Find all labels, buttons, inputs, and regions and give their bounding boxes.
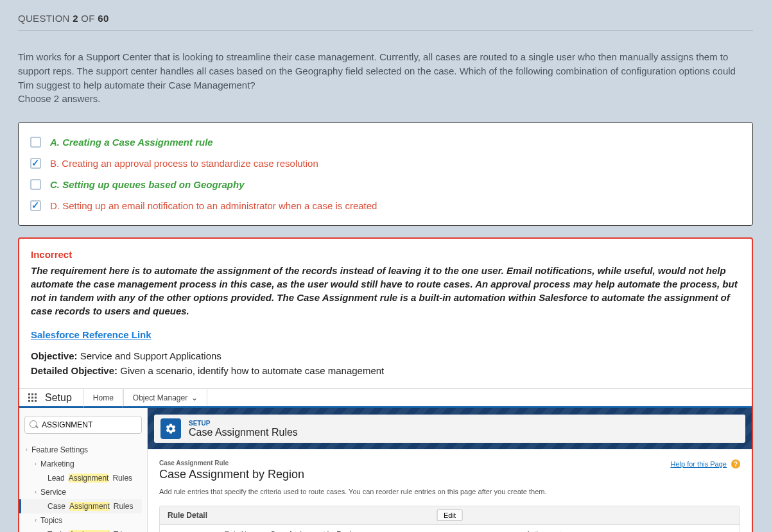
answer-d-checkbox[interactable] — [30, 200, 41, 211]
objective-label: Objective: — [31, 350, 78, 361]
tab-object-manager[interactable]: Object Manager — [123, 389, 207, 406]
feedback-explanation: The requirement here is to automate the … — [31, 264, 740, 318]
hero-title: Case Assignment Rules — [189, 427, 298, 438]
answer-a-checkbox[interactable] — [30, 137, 41, 148]
hero-small-label: SETUP — [189, 420, 298, 427]
breadcrumb: Case Assignment Rule — [159, 459, 740, 467]
feedback-status: Incorrect — [31, 249, 740, 260]
detailed-objective-value: Given a scenario, identify how to automa… — [117, 365, 384, 376]
objective-value: Service and Support Applications — [78, 350, 221, 361]
feedback-panel: Incorrect The requirement here is to aut… — [18, 237, 753, 532]
answer-d-text: D. Setting up an email notification to a… — [50, 200, 377, 211]
tree-service[interactable]: ›Service — [24, 485, 142, 499]
tree-lead-assignment-rules[interactable]: Lead Assignment Rules — [24, 471, 142, 485]
answer-b-text: B. Creating an approval process to stand… — [50, 158, 318, 169]
tree-topics[interactable]: ›Topics — [24, 513, 142, 528]
tab-home[interactable]: Home — [83, 389, 123, 408]
tree-feature-settings[interactable]: ›Feature Settings — [24, 443, 142, 457]
quick-find-search — [24, 416, 142, 434]
chevron-down-icon — [191, 393, 198, 402]
answer-a-text: A. Creating a Case Assignment rule — [50, 137, 213, 148]
help-link[interactable]: Help for this Page — [671, 460, 727, 468]
detailed-objective-label: Detailed Objective: — [31, 365, 117, 376]
answer-c-checkbox[interactable] — [30, 179, 41, 190]
tree-topic-assignment-triggers[interactable]: Topic Assignment Triggers — [24, 528, 142, 532]
edit-button[interactable]: Edit — [437, 510, 463, 521]
chevron-down-icon: › — [35, 461, 37, 467]
help-icon[interactable]: ? — [731, 459, 740, 468]
panel-heading: Rule Detail — [168, 511, 207, 520]
rule-detail-panel: Rule Detail Edit Rule Name Case Assignme… — [159, 506, 740, 532]
chevron-down-icon: › — [26, 447, 28, 453]
answer-c-text: C. Setting up queues based on Geography — [50, 179, 245, 190]
question-text: Tim works for a Support Center that is l… — [18, 50, 753, 106]
tree-case-assignment-rules[interactable]: Case Assignment Rules — [19, 499, 142, 513]
tree-marketing[interactable]: ›Marketing — [24, 457, 142, 471]
answer-b-checkbox[interactable] — [30, 158, 41, 169]
setup-app-label: Setup — [45, 389, 83, 406]
chevron-down-icon: › — [35, 489, 37, 495]
reference-link[interactable]: Salesforce Reference Link — [31, 329, 740, 340]
salesforce-embed: Setup Home Object Manager ›Feature Setti… — [19, 388, 752, 532]
chevron-down-icon: › — [35, 517, 37, 524]
help-for-page: Help for this Page ? — [671, 459, 741, 468]
app-launcher-icon[interactable] — [19, 389, 45, 406]
setup-sidebar: ›Feature Settings ›Marketing Lead Assign… — [19, 408, 148, 532]
quick-find-input[interactable] — [24, 416, 142, 434]
question-progress: QUESTION 2 OF 60 — [18, 13, 753, 31]
answers-panel: A. Creating a Case Assignment rule B. Cr… — [18, 122, 753, 226]
page-description: Add rule entries that specify the criter… — [159, 488, 740, 495]
gear-icon — [160, 418, 181, 439]
page-title: Case Assignment by Region — [159, 468, 740, 481]
